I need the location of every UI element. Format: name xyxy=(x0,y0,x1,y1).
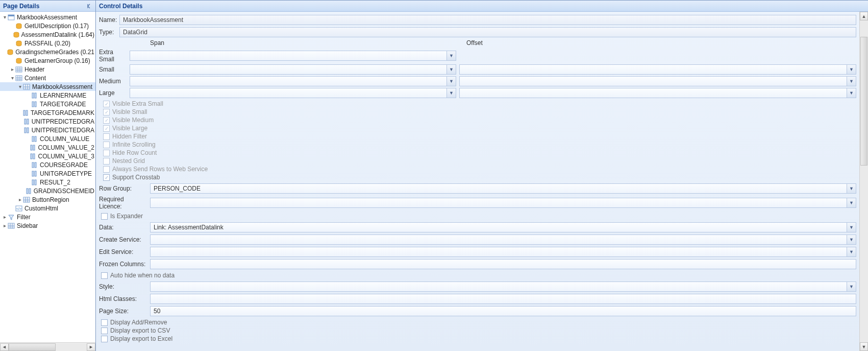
h-scrollbar[interactable]: ◄ ► xyxy=(0,342,95,351)
checkbox[interactable] xyxy=(103,150,110,156)
tree-item-label: COLUMN_VALUE_2 xyxy=(38,144,94,151)
tree-toggle-icon[interactable]: ▾ xyxy=(10,75,15,81)
tree-item[interactable]: LEARNERNAME xyxy=(0,91,95,100)
tree-item[interactable]: TARGETGRADEMARK xyxy=(0,108,95,117)
tree-item[interactable]: ▸Header xyxy=(0,65,95,74)
checkbox[interactable]: ✓ xyxy=(103,125,110,132)
chevron-down-icon[interactable]: ▼ xyxy=(847,65,856,74)
chevron-down-icon[interactable]: ▼ xyxy=(847,88,856,98)
html-classes-field[interactable] xyxy=(150,294,856,304)
chevron-down-icon[interactable]: ▼ xyxy=(447,88,456,98)
page-size-field[interactable] xyxy=(150,306,856,316)
required-licence-combo[interactable] xyxy=(150,198,856,208)
span-combo[interactable] xyxy=(130,76,456,86)
tree-item[interactable]: RESULT_2 xyxy=(0,178,95,186)
tree-toggle-icon[interactable]: ▸ xyxy=(17,197,22,202)
checkbox[interactable]: ✓ xyxy=(103,109,110,115)
checkbox[interactable]: ✓ xyxy=(103,101,110,107)
db-icon xyxy=(15,22,23,30)
tree-item[interactable]: AssessmentDatalink (1.64) xyxy=(0,30,95,39)
span-combo[interactable] xyxy=(130,51,456,61)
chevron-down-icon[interactable]: ▼ xyxy=(447,51,456,60)
tree-item[interactable]: </>CustomHtml xyxy=(0,204,95,213)
tree-item[interactable]: UNITPREDICTEDGRA xyxy=(0,126,95,134)
name-field[interactable] xyxy=(119,15,856,25)
frozen-columns-field[interactable] xyxy=(150,259,856,269)
offset-combo[interactable] xyxy=(459,76,856,86)
scroll-left-icon[interactable]: ◄ xyxy=(0,343,9,351)
chevron-down-icon[interactable]: ▼ xyxy=(847,247,856,256)
tree-item[interactable]: COLUMN_VALUE_3 xyxy=(0,152,95,160)
display-add-remove-checkbox[interactable] xyxy=(101,319,108,326)
checkbox[interactable] xyxy=(103,133,110,140)
tree-item-label: ButtonRegion xyxy=(32,196,69,203)
chevron-down-icon[interactable]: ▼ xyxy=(847,235,856,244)
page-tree[interactable]: ▾MarkbookAssessmentGetUIDescription (0.1… xyxy=(0,12,95,342)
tree-item[interactable]: ▸ButtonRegion xyxy=(0,195,95,204)
tree-toggle-icon[interactable]: ▸ xyxy=(2,214,7,220)
col-icon xyxy=(30,101,38,108)
svg-rect-39 xyxy=(35,162,36,168)
collapse-left-icon[interactable] xyxy=(85,3,92,10)
checkbox[interactable] xyxy=(103,142,110,148)
offset-combo[interactable] xyxy=(459,88,856,98)
tree-item[interactable]: ▾Content xyxy=(0,74,95,82)
chevron-down-icon[interactable]: ▼ xyxy=(847,282,856,291)
svg-rect-43 xyxy=(35,180,36,185)
tree-item-label: TARGETGRADE xyxy=(40,101,86,108)
display-excel-checkbox[interactable] xyxy=(101,336,108,342)
tree-item[interactable]: COLUMN_VALUE_2 xyxy=(0,143,95,152)
chevron-down-icon[interactable]: ▼ xyxy=(847,77,856,86)
display-csv-checkbox[interactable] xyxy=(101,327,108,334)
tree-item-label: MarkbookAssessment xyxy=(17,14,77,21)
span-combo[interactable] xyxy=(130,88,456,98)
tree-item[interactable]: TARGETGRADE xyxy=(0,100,95,108)
type-field[interactable] xyxy=(119,27,856,37)
chevron-down-icon[interactable]: ▼ xyxy=(847,223,856,232)
offset-combo[interactable] xyxy=(459,64,856,75)
checkbox[interactable]: ✓ xyxy=(103,174,110,181)
tree-item[interactable]: GradingschemeGrades (0.21 xyxy=(0,48,95,56)
checkbox-label: Always Send Rows to Web Service xyxy=(112,166,208,173)
chevron-down-icon[interactable]: ▼ xyxy=(847,198,856,207)
tree-item[interactable]: ▸Filter xyxy=(0,213,95,221)
chevron-down-icon[interactable]: ▼ xyxy=(847,184,856,193)
checkbox[interactable] xyxy=(103,158,110,165)
checkbox[interactable]: ✓ xyxy=(103,117,110,124)
tree-item[interactable]: GRADINGSCHEMEID xyxy=(0,186,95,195)
tree-toggle-icon[interactable]: ▾ xyxy=(2,14,7,20)
style-combo[interactable] xyxy=(150,282,856,292)
v-scrollbar[interactable]: ▲ ▼ xyxy=(859,12,868,351)
tree-item[interactable]: GetLearnerGroup (0.16) xyxy=(0,56,95,65)
data-combo[interactable] xyxy=(150,222,856,232)
span-combo[interactable] xyxy=(130,64,456,75)
create-service-combo[interactable] xyxy=(150,235,856,245)
tree-item[interactable]: ▸Sidebar xyxy=(0,221,95,230)
edit-service-combo[interactable] xyxy=(150,247,856,257)
tree-item[interactable]: COURSEGRADE xyxy=(0,160,95,169)
tree-toggle-icon[interactable]: ▸ xyxy=(10,66,15,72)
row-group-combo[interactable] xyxy=(150,183,856,194)
chevron-down-icon[interactable]: ▼ xyxy=(447,65,456,74)
is-expander-checkbox[interactable] xyxy=(101,213,108,220)
tree-item[interactable]: ▾MarkbookAssessment xyxy=(0,13,95,21)
tree-item[interactable]: COLUMN_VALUE xyxy=(0,134,95,143)
scroll-down-icon[interactable]: ▼ xyxy=(860,342,868,351)
chevron-down-icon[interactable]: ▼ xyxy=(447,77,456,86)
scroll-up-icon[interactable]: ▲ xyxy=(860,12,868,20)
tree-toggle-icon[interactable]: ▾ xyxy=(17,84,22,89)
tree-item[interactable]: PASSFAIL (0.20) xyxy=(0,39,95,48)
scroll-thumb[interactable] xyxy=(9,343,56,351)
auto-hide-checkbox[interactable] xyxy=(101,272,108,279)
svg-rect-22 xyxy=(32,93,34,98)
db-icon xyxy=(13,31,20,38)
tree-item[interactable]: UNITGRADETYPE xyxy=(0,169,95,178)
tree-item[interactable]: GetUIDescription (0.17) xyxy=(0,21,95,30)
scroll-right-icon[interactable]: ► xyxy=(87,343,95,351)
svg-rect-37 xyxy=(33,154,35,159)
tree-toggle-icon[interactable]: ▸ xyxy=(2,223,7,228)
tree-item[interactable]: ▾MarkbookAssessment xyxy=(0,82,95,91)
checkbox[interactable] xyxy=(103,166,110,173)
v-scroll-thumb[interactable] xyxy=(860,37,867,166)
tree-item[interactable]: UNITPREDICTEDGRA xyxy=(0,117,95,126)
